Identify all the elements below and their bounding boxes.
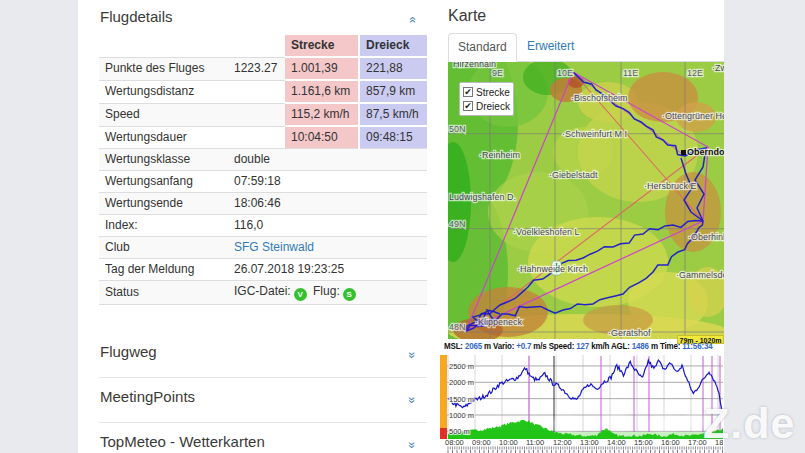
svg-text:·Ottengrüner Heid: ·Ottengrüner Heid: [662, 111, 724, 121]
svg-text:2500 m: 2500 m: [449, 362, 474, 371]
table-row: Tag der Meldung26.07.2018 19:23:25: [99, 259, 427, 281]
svg-text:Ludwigshafen D.: Ludwigshafen D.: [449, 192, 516, 202]
status-label: AGL:: [611, 340, 632, 351]
svg-text:14:00: 14:00: [607, 438, 626, 447]
row-label: Tag der Meldung: [99, 259, 228, 281]
svg-text:·Schweinfurt M I: ·Schweinfurt M I: [562, 129, 627, 139]
svg-text:11E: 11E: [623, 68, 638, 78]
table-row: Wertungsdistanz1.161,6 km857,9 km: [99, 80, 427, 103]
igc-label: IGC-Datei:: [234, 284, 291, 298]
svg-text:16:00: 16:00: [661, 438, 680, 447]
svg-text:Oberndorf: Oberndorf: [687, 147, 724, 157]
checkbox-icon[interactable]: ✔: [463, 87, 473, 97]
collapse-up-icon[interactable]: »: [406, 17, 418, 24]
row-value: IGC-Datei:V Flug:S: [228, 281, 427, 305]
row-value: 07:59:18: [228, 171, 427, 193]
expand-down-icon[interactable]: »: [406, 442, 418, 449]
column-strecke: Strecke: [285, 35, 359, 57]
dreieck-value: 221,88: [359, 57, 427, 80]
svg-text:1000 m: 1000 m: [449, 411, 474, 420]
content-area: Flugdetails » Strecke Dreieck Punkte des…: [78, 0, 724, 453]
status-unit: m: [482, 340, 493, 351]
svg-text:13:00: 13:00: [580, 438, 599, 447]
strecke-value: 1.001,39: [285, 57, 359, 80]
table-row: ClubSFG Steinwald: [99, 237, 427, 259]
status-value: 127: [576, 340, 589, 351]
svg-text:49N: 49N: [449, 219, 466, 229]
checkbox-icon[interactable]: ✔: [463, 101, 473, 111]
svg-text:09:00: 09:00: [472, 438, 491, 447]
divider: [99, 422, 427, 423]
table-header-row: Strecke Dreieck: [99, 35, 427, 57]
table-row: Wertungsanfang07:59:18: [99, 171, 427, 193]
svg-text:10E: 10E: [557, 68, 573, 78]
svg-text:·Klippeneck: ·Klippeneck: [475, 317, 523, 327]
table-row: StatusIGC-Datei:V Flug:S: [99, 281, 427, 305]
svg-text:1500 m: 1500 m: [449, 395, 474, 404]
status-label: MSL:: [444, 340, 465, 351]
svg-text:48N: 48N: [449, 322, 466, 332]
flugdetails-title: Flugdetails: [100, 8, 173, 25]
flight-statusbar: MSL: 2065 m Vario: +0.7 m/s Speed: 127 k…: [444, 338, 724, 354]
svg-text:·Zwi: ·Zwi: [712, 63, 724, 73]
row-value: SFG Steinwald: [228, 237, 427, 259]
row-value: 18:06:46: [228, 193, 427, 215]
section-topmeteo[interactable]: TopMeteo - Wetterkarten: [100, 433, 265, 450]
expand-down-icon[interactable]: »: [406, 397, 418, 404]
svg-text:·Geratshof: ·Geratshof: [608, 328, 651, 338]
row-label: Index:: [99, 215, 228, 237]
column-dreieck: Dreieck: [359, 35, 427, 57]
status-value: 2065: [465, 340, 482, 351]
svg-text:10:00: 10:00: [499, 438, 518, 447]
svg-text:·Hahnweide Kirch: ·Hahnweide Kirch: [517, 264, 588, 274]
row-value: 116,0: [228, 215, 427, 237]
section-meetingpoints[interactable]: MeetingPoints: [100, 388, 195, 405]
svg-text:9E: 9E: [492, 68, 503, 78]
row-value: [228, 80, 285, 103]
map-layer-control: ✔ Strecke ✔ Dreieck: [459, 82, 514, 116]
row-label: Wertungsanfang: [99, 171, 228, 193]
checkbox-dreieck[interactable]: ✔ Dreieck: [463, 99, 510, 113]
club-link[interactable]: SFG Steinwald: [234, 240, 314, 254]
map-tabs: Standard Erweitert: [448, 33, 724, 62]
dreieck-value: 857,9 km: [359, 80, 427, 103]
tab-erweitert[interactable]: Erweitert: [518, 33, 583, 62]
strecke-value: 1.161,6 km: [285, 80, 359, 103]
svg-text:·Gammelsdorf: ·Gammelsdorf: [676, 270, 724, 280]
table-row: Index:116,0: [99, 215, 427, 237]
svg-text:2000 m: 2000 m: [449, 378, 474, 387]
row-value: 1223.27: [228, 57, 285, 80]
status-value: 11:56:34: [682, 340, 712, 351]
svg-text:·Reinheim: ·Reinheim: [479, 150, 520, 160]
section-flugweg[interactable]: Flugweg: [100, 343, 157, 360]
checkbox-strecke[interactable]: ✔ Strecke: [463, 85, 510, 99]
igc-ok-badge: V: [294, 288, 307, 301]
karte-title: Karte: [448, 7, 486, 25]
barogram[interactable]: 2500 m2000 m1500 m1000 m500 m08:0009:001…: [440, 355, 723, 453]
tab-standard[interactable]: Standard: [448, 33, 517, 62]
status-value: +0.7: [516, 340, 531, 351]
svg-text:50N: 50N: [449, 124, 466, 134]
flight-details-table: Strecke Dreieck Punkte des Fluges1223.27…: [99, 35, 427, 305]
row-label: Club: [99, 237, 228, 259]
svg-text:·Voelkleshofen L: ·Voelkleshofen L: [513, 227, 580, 237]
svg-text:15:00: 15:00: [634, 438, 653, 447]
map-canvas[interactable]: 9E10E11E12E50N49N48NHirzenhain·Zwi·Bisch…: [448, 62, 724, 339]
svg-text:12E: 12E: [687, 68, 703, 78]
table-row: Wertungsdauer10:04:5009:48:15: [99, 126, 427, 149]
table-row: Punkte des Fluges1223.271.001,39221,88: [99, 57, 427, 80]
row-label: Status: [99, 281, 228, 305]
expand-down-icon[interactable]: »: [406, 352, 418, 359]
row-value: [228, 103, 285, 126]
status-unit: m: [649, 340, 660, 351]
status-unit: km/h: [589, 340, 611, 351]
row-label: Speed: [99, 103, 228, 126]
svg-text:·Giebelstadt: ·Giebelstadt: [549, 170, 598, 180]
status-value: 1486: [632, 340, 649, 351]
divider: [99, 377, 427, 378]
status-unit: m/s: [531, 340, 548, 351]
flug-ok-badge: S: [343, 288, 356, 301]
strecke-value: 10:04:50: [285, 126, 359, 149]
svg-text:500 m: 500 m: [449, 427, 470, 436]
barogram-chart: 2500 m2000 m1500 m1000 m500 m08:0009:001…: [440, 355, 723, 453]
